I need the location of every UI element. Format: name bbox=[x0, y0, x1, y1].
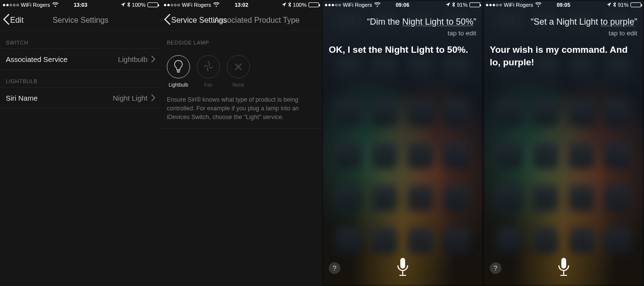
status-bar: WiFi Rogers 09:06 91% bbox=[322, 0, 483, 10]
signal-strength-icon bbox=[325, 4, 341, 6]
nav-bar: Service Settings Associated Product Type bbox=[161, 10, 322, 31]
carrier-label: WiFi Rogers bbox=[504, 2, 533, 8]
bluetooth-icon bbox=[452, 2, 455, 8]
location-icon bbox=[121, 2, 125, 8]
battery-percent: 91% bbox=[457, 2, 468, 8]
type-fan[interactable]: Fan bbox=[197, 55, 220, 88]
screen-siri-dim: WiFi Rogers 09:06 91% “Dim the Night Lig… bbox=[322, 0, 483, 286]
product-types-row: Lightbulb Fan None bbox=[161, 48, 322, 90]
type-lightbulb[interactable]: Lightbulb bbox=[167, 55, 190, 88]
wifi-icon bbox=[535, 2, 542, 7]
status-bar: WiFi Rogers 13:02 100% bbox=[161, 0, 322, 10]
help-text: Ensure Siri® knows what type of product … bbox=[161, 90, 322, 129]
help-button[interactable]: ? bbox=[490, 262, 501, 274]
battery-percent: 100% bbox=[293, 2, 307, 8]
lightbulb-icon bbox=[167, 55, 190, 78]
signal-strength-icon bbox=[486, 4, 502, 6]
cell-label: Siri Name bbox=[6, 94, 38, 102]
tap-to-edit[interactable]: tap to edit bbox=[490, 30, 637, 37]
bluetooth-icon bbox=[288, 2, 291, 8]
back-button[interactable]: Service Settings bbox=[164, 10, 227, 30]
battery-icon bbox=[630, 2, 641, 7]
wifi-icon bbox=[213, 2, 220, 7]
microphone-icon[interactable] bbox=[395, 257, 410, 279]
cell-value: Lightbulb bbox=[118, 55, 147, 63]
status-bar: WiFi Rogers 09:05 91% bbox=[483, 0, 644, 10]
svg-point-0 bbox=[207, 61, 209, 62]
type-label: Lightbulb bbox=[169, 82, 189, 88]
location-icon bbox=[607, 2, 611, 8]
close-icon bbox=[227, 55, 250, 78]
back-button[interactable]: Edit bbox=[3, 10, 24, 30]
siri-response: OK, I set the Night Light to 50%. bbox=[329, 44, 476, 56]
location-icon bbox=[446, 2, 450, 8]
screen-associated-product-type: WiFi Rogers 13:02 100% Service Settings … bbox=[161, 0, 322, 286]
back-label: Service Settings bbox=[171, 16, 227, 25]
siri-query[interactable]: “Dim the Night Light to 50%” bbox=[329, 16, 476, 28]
siri-query[interactable]: “Set a Night Light to purple” bbox=[490, 16, 637, 28]
carrier-label: WiFi Rogers bbox=[343, 2, 372, 8]
type-label: Fan bbox=[204, 82, 212, 88]
bluetooth-icon bbox=[127, 2, 130, 8]
battery-icon bbox=[308, 2, 319, 7]
chevron-right-icon bbox=[151, 94, 155, 101]
section-header-bedside-lamp: BEDSIDE LAMP bbox=[161, 31, 322, 48]
bluetooth-icon bbox=[613, 2, 616, 8]
tap-to-edit[interactable]: tap to edit bbox=[329, 30, 476, 37]
screen-service-settings: WiFi Rogers 13:03 100% Edit Service Sett… bbox=[0, 0, 161, 286]
svg-rect-2 bbox=[561, 258, 566, 269]
status-bar: WiFi Rogers 13:03 100% bbox=[0, 0, 161, 10]
microphone-icon[interactable] bbox=[556, 257, 571, 279]
location-icon bbox=[282, 2, 286, 8]
battery-percent: 100% bbox=[132, 2, 146, 8]
wifi-icon bbox=[52, 2, 59, 7]
cell-associated-service[interactable]: Associated Service Lightbulb bbox=[0, 48, 161, 70]
cell-siri-name[interactable]: Siri Name Night Light bbox=[0, 87, 161, 108]
svg-rect-1 bbox=[400, 258, 405, 269]
nav-bar: Edit Service Settings bbox=[0, 10, 161, 31]
cell-label: Associated Service bbox=[6, 55, 68, 63]
siri-response: Your wish is my command. And lo, purple! bbox=[490, 44, 637, 68]
nav-title: Service Settings bbox=[53, 16, 109, 25]
back-label: Edit bbox=[10, 16, 24, 25]
carrier-label: WiFi Rogers bbox=[21, 2, 50, 8]
chevron-left-icon bbox=[3, 14, 9, 27]
type-none[interactable]: None bbox=[227, 55, 250, 88]
battery-icon bbox=[147, 2, 158, 7]
fan-icon bbox=[197, 55, 220, 78]
signal-strength-icon bbox=[164, 4, 180, 6]
help-button[interactable]: ? bbox=[329, 262, 340, 274]
chevron-right-icon bbox=[151, 56, 155, 62]
signal-strength-icon bbox=[3, 4, 19, 6]
chevron-left-icon bbox=[164, 14, 170, 27]
wifi-icon bbox=[374, 2, 381, 7]
carrier-label: WiFi Rogers bbox=[182, 2, 211, 8]
battery-icon bbox=[469, 2, 480, 7]
section-header-lightbulb: LIGHTBULB bbox=[0, 70, 161, 87]
type-label: None bbox=[233, 82, 244, 88]
section-header-switch: SWITCH bbox=[0, 31, 161, 48]
screen-siri-purple: WiFi Rogers 09:05 91% “Set a Night Light… bbox=[483, 0, 644, 286]
battery-percent: 91% bbox=[618, 2, 629, 8]
cell-value: Night Light bbox=[113, 94, 147, 102]
